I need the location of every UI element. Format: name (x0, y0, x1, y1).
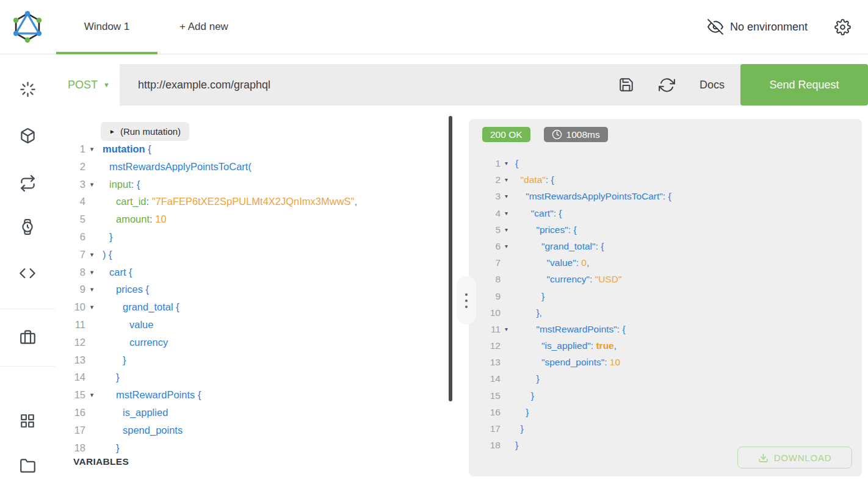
code-text: "grand_total": { (515, 238, 604, 254)
drag-dot (465, 300, 468, 302)
code-text: "mstRewardsApplyPointsToCart": { (515, 188, 671, 204)
run-mutation-button[interactable]: ► (Run mutation) (101, 122, 189, 141)
code-text: amount: 10 (103, 210, 167, 228)
code-line: 13} (58, 351, 357, 369)
url-field-wrap (120, 64, 618, 106)
pane-resize-handle[interactable] (457, 276, 476, 325)
fold-toggle-icon[interactable]: ▾ (501, 238, 512, 254)
code-text: "spend_points": 10 (515, 354, 620, 370)
code-text: } (103, 228, 113, 246)
altair-graphql-app: Window 1 + Add new No environment (0, 0, 868, 488)
code-line: 16} (469, 404, 671, 420)
status-badge: 200 OK (482, 127, 530, 142)
fold-toggle-icon[interactable]: ▾ (85, 386, 98, 404)
eye-off-icon (707, 19, 723, 35)
fold-spacer (501, 337, 512, 354)
clock-icon (552, 129, 562, 140)
add-new-label: + Add new (179, 21, 228, 33)
sidebar (0, 55, 55, 488)
line-number: 1 (58, 140, 85, 158)
code-text: } (515, 387, 534, 404)
fold-toggle-icon[interactable]: ▾ (85, 298, 98, 316)
line-number: 3 (58, 176, 85, 193)
sidebar-button-schema[interactable] (15, 123, 40, 148)
sidebar-button-loader[interactable] (15, 77, 40, 101)
docs-button[interactable]: Docs (700, 79, 725, 92)
code-text: cart_id: "7FaFEP6tXE2SpPULMt4X2JQnImx3Mw… (103, 193, 357, 210)
floppy-disk-icon (618, 77, 634, 93)
code-line: 15▾mstRewardPoints { (58, 386, 357, 404)
fold-spacer (501, 304, 512, 321)
line-number: 14 (469, 370, 501, 387)
line-number: 1 (469, 155, 501, 171)
add-new-window-button[interactable]: + Add new (172, 0, 236, 54)
download-response-button[interactable]: DOWNLOAD (737, 447, 852, 468)
code-line: 14} (469, 370, 671, 387)
request-bar-actions: Docs (618, 64, 725, 106)
line-number: 13 (58, 351, 85, 369)
fold-toggle-icon[interactable]: ▾ (85, 176, 98, 193)
fold-spacer (85, 158, 98, 176)
grid-squares-icon (20, 413, 35, 429)
code-line: 9▾prices { (58, 281, 357, 298)
line-number: 12 (469, 337, 501, 354)
query-code-editor[interactable]: 1▾mutation {2mstRewardsApplyPointsToCart… (58, 140, 357, 456)
code-line: 13"spend_points": 10 (469, 354, 671, 370)
variables-section-header[interactable]: VARIABLES (73, 456, 129, 467)
save-button[interactable] (618, 77, 634, 93)
drag-dot (465, 306, 468, 308)
sidebar-button-subscriptions[interactable] (15, 171, 40, 195)
sidebar-button-collections[interactable] (15, 325, 40, 349)
settings-button[interactable] (834, 0, 851, 54)
fold-toggle-icon[interactable]: ▾ (85, 246, 98, 264)
fold-spacer (85, 351, 98, 369)
fold-toggle-icon[interactable]: ▾ (501, 188, 512, 204)
line-number: 13 (469, 354, 501, 370)
response-body[interactable]: 1▾{2▾"data": {3▾"mstRewardsApplyPointsTo… (469, 155, 671, 453)
fold-toggle-icon[interactable]: ▾ (501, 205, 512, 221)
download-label: DOWNLOAD (774, 453, 832, 463)
fold-toggle-icon[interactable]: ▾ (501, 221, 512, 238)
tab-window-1[interactable]: Window 1 (55, 0, 159, 54)
fold-toggle-icon[interactable]: ▾ (501, 155, 512, 171)
sidebar-divider (0, 366, 55, 367)
environment-selector[interactable]: No environment (707, 0, 808, 54)
repeat-arrows-icon (20, 175, 36, 192)
chevron-down-icon: ▼ (103, 82, 110, 88)
fold-toggle-icon[interactable]: ▾ (501, 171, 512, 188)
response-time-badge: 1008ms (544, 127, 608, 142)
http-method-label: POST (68, 79, 98, 92)
fold-toggle-icon[interactable]: ▾ (85, 140, 98, 158)
request-bar: POST ▼ (58, 64, 868, 106)
sidebar-button-windows[interactable] (15, 409, 40, 433)
sidebar-button-files[interactable] (15, 453, 40, 478)
code-text: grand_total { (103, 298, 179, 316)
fold-toggle-icon[interactable]: ▾ (501, 321, 512, 337)
line-number: 12 (58, 334, 85, 351)
send-request-button[interactable]: Send Request (740, 64, 868, 106)
line-number: 10 (58, 298, 85, 316)
code-line: 4cart_id: "7FaFEP6tXE2SpPULMt4X2JQnImx3M… (58, 193, 357, 210)
line-number: 4 (58, 193, 85, 210)
sidebar-button-prerequest[interactable] (15, 261, 40, 285)
editor-scrollbar[interactable] (449, 116, 452, 401)
fold-spacer (85, 316, 98, 334)
code-text: "data": { (515, 171, 554, 188)
loader-spinner-icon (20, 81, 36, 98)
http-method-dropdown[interactable]: POST ▼ (58, 64, 120, 106)
refresh-schema-button[interactable] (659, 77, 675, 93)
sidebar-button-history[interactable] (15, 215, 40, 239)
fold-toggle-icon[interactable]: ▾ (85, 281, 98, 298)
fold-spacer (85, 422, 98, 439)
fold-toggle-icon[interactable]: ▾ (85, 264, 98, 281)
code-line: 5▾"prices": { (469, 221, 671, 238)
code-text: spend_points (103, 422, 183, 439)
url-input[interactable] (120, 79, 618, 92)
code-text: } (103, 439, 120, 457)
code-text: "cart": { (515, 205, 562, 221)
line-number: 7 (58, 246, 85, 264)
fold-spacer (85, 404, 98, 422)
code-line: 7"value": 0, (469, 254, 671, 271)
watch-icon (20, 219, 35, 235)
code-text: } (515, 288, 544, 304)
